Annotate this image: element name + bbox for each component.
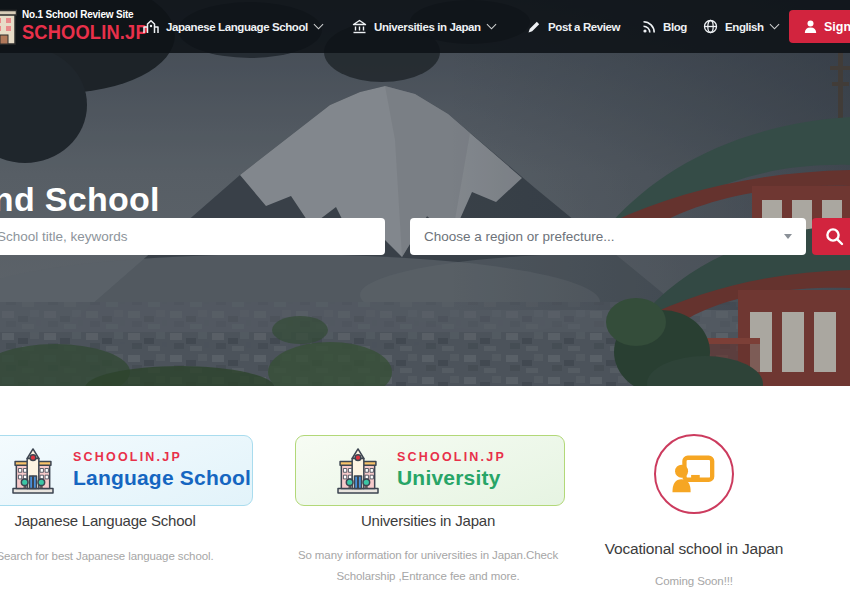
vocational-description: Coming Soon!!! bbox=[549, 571, 839, 592]
blog-icon bbox=[642, 20, 656, 34]
nav-item-label: Japanese Language School bbox=[166, 21, 308, 33]
brand-name: SCHOOLIN.JP bbox=[22, 20, 148, 43]
sign-up-label: Sign Up bbox=[824, 20, 850, 34]
card-product: Language School bbox=[73, 465, 251, 491]
university-icon bbox=[352, 19, 367, 34]
chevron-down-icon bbox=[313, 20, 323, 30]
user-icon bbox=[804, 20, 817, 33]
teacher-presentation-icon bbox=[671, 452, 717, 496]
university-title: Universities in Japan bbox=[283, 512, 573, 529]
region-select-value: Choose a region or prefecture... bbox=[424, 229, 784, 244]
nav-item-universities-in-japan[interactable]: Universities in Japan bbox=[352, 0, 495, 53]
search-icon bbox=[825, 227, 844, 246]
globe-icon bbox=[703, 19, 718, 34]
logo-building-icon bbox=[0, 7, 17, 47]
chevron-down-icon bbox=[784, 234, 792, 239]
school-building-icon bbox=[333, 444, 383, 498]
nav-item-label: Universities in Japan bbox=[374, 21, 481, 33]
pencil-icon bbox=[527, 20, 541, 34]
page: No.1 School Review Site SCHOOLIN.JP Japa… bbox=[0, 0, 850, 600]
region-select[interactable]: Choose a region or prefecture... bbox=[410, 218, 806, 255]
navbar: No.1 School Review Site SCHOOLIN.JP Japa… bbox=[0, 0, 850, 53]
nav-item-japanese-language-school[interactable]: Japanese Language School bbox=[143, 0, 322, 53]
university-card[interactable]: SCHOOLIN.JP University bbox=[295, 435, 565, 506]
nav-item-label: Post a Review bbox=[548, 21, 620, 33]
chevron-down-icon bbox=[769, 20, 779, 30]
nav-item-label: English bbox=[725, 21, 764, 33]
nav-item-blog[interactable]: Blog bbox=[642, 0, 687, 53]
logo[interactable]: No.1 School Review Site SCHOOLIN.JP bbox=[0, 7, 167, 47]
card-brand: SCHOOLIN.JP bbox=[397, 450, 506, 465]
nav-item-label: Blog bbox=[663, 21, 687, 33]
language-school-card[interactable]: SCHOOLIN.JP Language School bbox=[0, 435, 253, 506]
brand-tagline: No.1 School Review Site bbox=[22, 8, 159, 20]
nav-item-language-english[interactable]: English bbox=[703, 0, 778, 53]
search-button[interactable] bbox=[812, 218, 850, 255]
chevron-down-icon bbox=[486, 20, 496, 30]
card-brand: SCHOOLIN.JP bbox=[73, 450, 251, 465]
school-building-icon bbox=[8, 444, 58, 498]
keyword-search-input[interactable] bbox=[0, 218, 385, 255]
card-product: University bbox=[397, 465, 506, 491]
search-form: Choose a region or prefecture... bbox=[0, 218, 850, 255]
language-school-title: Japanese Language School bbox=[0, 512, 250, 529]
hero-title: Find School bbox=[0, 180, 160, 219]
vocational-school-card[interactable] bbox=[654, 434, 734, 514]
language-school-description: Search for best Japanese language school… bbox=[0, 546, 250, 567]
vocational-title: Vocational school in Japan bbox=[549, 540, 839, 558]
sign-up-button[interactable]: Sign Up bbox=[789, 10, 850, 43]
school-icon bbox=[143, 19, 159, 34]
university-description: So many information for universities in … bbox=[273, 545, 583, 587]
nav-item-post-a-review[interactable]: Post a Review bbox=[527, 0, 620, 53]
